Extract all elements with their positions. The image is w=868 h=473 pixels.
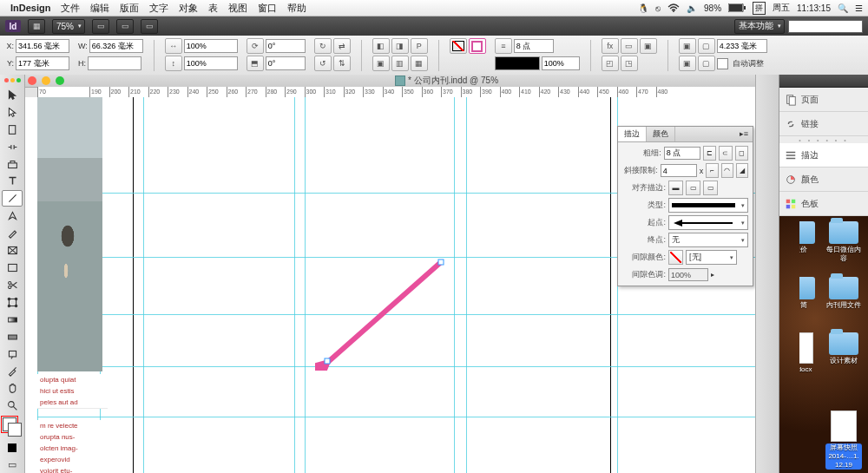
rectangle-frame-tool[interactable] xyxy=(2,242,23,259)
app-name[interactable]: InDesign xyxy=(10,0,50,16)
text-line[interactable]: volorit etu- xyxy=(37,465,108,473)
stroke-start-select[interactable] xyxy=(668,215,748,230)
gap-tool[interactable] xyxy=(2,139,23,155)
type-tool[interactable] xyxy=(2,174,23,190)
zoom-select[interactable]: 75% xyxy=(52,19,85,34)
desktop-item[interactable]: 司简 xyxy=(782,277,819,310)
scale-y-input[interactable] xyxy=(184,56,238,70)
desktop-item[interactable]: 屏幕快照2014-…1.12.19 xyxy=(825,411,862,470)
height-input[interactable] xyxy=(88,56,141,70)
width-input[interactable] xyxy=(89,39,143,53)
arrange-button[interactable]: ▭ xyxy=(141,19,158,34)
ime-indicator[interactable]: 拼 xyxy=(753,2,766,15)
menu-file[interactable]: 文件 xyxy=(61,0,80,16)
menu-type[interactable]: 文字 xyxy=(149,0,168,16)
rotate-cw-button[interactable]: ↻ xyxy=(314,38,332,54)
gap-color-swatch[interactable] xyxy=(668,250,683,265)
cap-square-button[interactable]: ◻ xyxy=(735,146,748,161)
object-button-4[interactable]: ▣ xyxy=(372,56,390,71)
panel-dock-strip[interactable] xyxy=(755,75,779,473)
bluetooth-icon[interactable]: ⎋ xyxy=(655,3,661,13)
vertical-ruler[interactable] xyxy=(25,97,38,473)
menu-edit[interactable]: 编辑 xyxy=(90,0,109,16)
screen-mode-button[interactable]: ▭ xyxy=(116,19,134,34)
pages-panel-button[interactable]: 页面 xyxy=(779,88,868,112)
stroke-panel-button[interactable]: 描边 xyxy=(779,143,868,168)
fill-swatch[interactable] xyxy=(450,38,467,54)
desktop-item[interactable]: 报价 xyxy=(782,221,819,254)
gap-color-select[interactable]: [无] xyxy=(686,250,737,265)
stroke-style-select[interactable] xyxy=(495,56,540,70)
stroke-swatch[interactable] xyxy=(469,38,486,54)
spotlight-icon[interactable]: 🔍 xyxy=(838,3,848,13)
wrap-around-button[interactable]: ▣ xyxy=(640,38,657,54)
auto-adjust-checkbox[interactable] xyxy=(717,58,728,69)
selected-line-object[interactable] xyxy=(315,258,445,371)
weekday[interactable]: 周五 xyxy=(773,2,790,14)
document-tab[interactable]: * 公司内刊.indd @ 75% xyxy=(395,75,498,87)
direct-selection-tool[interactable] xyxy=(2,104,23,121)
cap-butt-button[interactable]: ⊏ xyxy=(703,146,716,161)
object-button-1[interactable]: ◧ xyxy=(372,38,390,54)
desktop-item[interactable]: 每日微信内容 xyxy=(825,221,862,263)
free-transform-tool[interactable] xyxy=(2,294,23,311)
join-bevel-button[interactable]: ◢ xyxy=(736,163,748,178)
wifi-icon[interactable] xyxy=(667,3,680,12)
battery-icon[interactable] xyxy=(728,3,746,12)
text-line[interactable]: orupta nus- xyxy=(37,431,108,443)
apply-color-button[interactable] xyxy=(2,439,23,456)
align-inside-button[interactable]: ▭ xyxy=(686,181,700,195)
wrap-none-button[interactable]: ▭ xyxy=(621,38,638,54)
search-help-input[interactable] xyxy=(788,20,863,33)
align-outside-button[interactable]: ▭ xyxy=(703,181,718,195)
desktop-item[interactable]: 设计素材 xyxy=(825,332,862,365)
text-line[interactable]: hici ut estis xyxy=(37,385,108,397)
page-tool[interactable] xyxy=(2,122,23,138)
object-button-5[interactable]: ▥ xyxy=(391,56,409,71)
gradient-feather-tool[interactable] xyxy=(2,329,23,345)
align-center-button[interactable]: ▬ xyxy=(668,181,683,195)
volume-icon[interactable]: 🔈 xyxy=(687,3,697,13)
workspace-select[interactable]: 基本功能 xyxy=(734,19,785,34)
view-mode-button[interactable]: ▭ xyxy=(2,457,23,473)
flip-v-button[interactable]: ⇅ xyxy=(333,56,351,71)
color-panel-button[interactable]: 颜色 xyxy=(779,168,868,192)
selection-tool[interactable] xyxy=(2,87,23,103)
rectangle-tool[interactable] xyxy=(2,259,23,276)
zoom-tool[interactable] xyxy=(2,397,23,414)
cap-round-button[interactable]: ⊂ xyxy=(719,146,732,161)
menu-layout[interactable]: 版面 xyxy=(120,0,139,16)
stroke-type-select[interactable] xyxy=(668,198,748,213)
stroke-weight-input[interactable] xyxy=(514,39,554,53)
fit-content-button[interactable]: ▣ xyxy=(679,38,696,54)
text-line[interactable]: m re velecte xyxy=(37,420,108,432)
fill-stroke-swatches[interactable] xyxy=(3,417,22,437)
menu-window[interactable]: 窗口 xyxy=(258,0,277,16)
stroke-end-select[interactable]: 无 xyxy=(668,233,748,247)
opacity-input[interactable] xyxy=(542,56,580,70)
corner-button[interactable]: ◰ xyxy=(602,56,619,71)
object-button-6[interactable]: ▦ xyxy=(411,56,428,71)
x-position-input[interactable] xyxy=(16,39,69,53)
swatches-panel-button[interactable]: 色板 xyxy=(779,192,868,216)
menu-object[interactable]: 对象 xyxy=(179,0,198,16)
qq-icon[interactable]: 🐧 xyxy=(638,3,648,13)
corner-button-2[interactable]: ◳ xyxy=(621,56,638,71)
rotate-ccw-button[interactable]: ↺ xyxy=(314,56,332,71)
view-options-button[interactable]: ▭ xyxy=(92,19,109,34)
links-panel-button[interactable]: 链接 xyxy=(779,112,868,136)
line-tool[interactable] xyxy=(2,190,23,207)
bridge-button[interactable]: ▦ xyxy=(28,19,45,34)
hand-tool[interactable] xyxy=(2,380,23,397)
notification-icon[interactable]: ☰ xyxy=(855,3,863,13)
menu-help[interactable]: 帮助 xyxy=(287,0,306,16)
object-button-2[interactable]: ◨ xyxy=(391,38,409,54)
stroke-tab[interactable]: 描边 xyxy=(618,127,647,141)
fit-frame-button[interactable]: ▢ xyxy=(698,38,715,54)
desktop-item[interactable]: ….docx xyxy=(782,332,819,374)
miter-field[interactable] xyxy=(661,164,697,177)
pencil-tool[interactable] xyxy=(2,225,23,241)
eyedropper-tool[interactable] xyxy=(2,364,23,380)
menu-view[interactable]: 视图 xyxy=(228,0,247,16)
clock[interactable]: 11:13:15 xyxy=(797,3,831,13)
